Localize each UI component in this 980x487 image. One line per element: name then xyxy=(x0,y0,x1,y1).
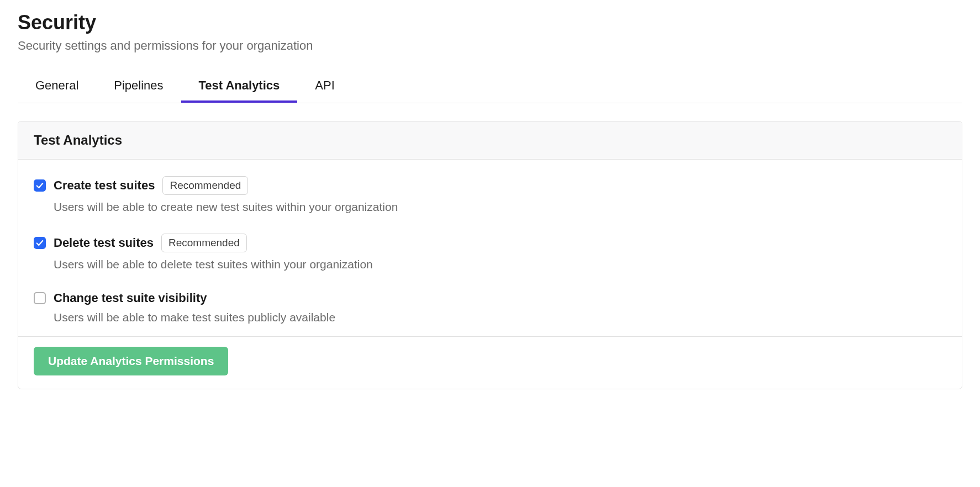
option-label: Create test suites xyxy=(54,178,155,193)
recommended-badge: Recommended xyxy=(162,176,248,195)
option-description: Users will be able to create new test su… xyxy=(34,200,946,214)
option-description: Users will be able to delete test suites… xyxy=(34,258,946,271)
panel-footer: Update Analytics Permissions xyxy=(18,336,962,389)
tab-general[interactable]: General xyxy=(18,71,96,103)
settings-panel: Test Analytics Create test suites Recomm… xyxy=(18,121,962,389)
option-delete-test-suites: Delete test suites Recommended Users wil… xyxy=(34,224,946,281)
checkbox-change-visibility[interactable] xyxy=(34,292,46,304)
panel-body: Create test suites Recommended Users wil… xyxy=(18,160,962,336)
update-permissions-button[interactable]: Update Analytics Permissions xyxy=(34,347,228,375)
panel-title: Test Analytics xyxy=(34,133,946,148)
recommended-badge: Recommended xyxy=(161,234,247,252)
check-icon xyxy=(36,182,44,189)
option-description: Users will be able to make test suites p… xyxy=(34,311,946,324)
check-icon xyxy=(36,239,44,247)
tabs-container: General Pipelines Test Analytics API xyxy=(18,71,962,103)
option-header: Delete test suites Recommended xyxy=(34,234,946,252)
tab-api[interactable]: API xyxy=(297,71,352,103)
tab-test-analytics[interactable]: Test Analytics xyxy=(181,71,298,103)
checkbox-delete-test-suites[interactable] xyxy=(34,237,46,249)
page-title: Security xyxy=(18,11,962,34)
option-label: Delete test suites xyxy=(54,236,154,250)
option-create-test-suites: Create test suites Recommended Users wil… xyxy=(34,166,946,224)
page-subtitle: Security settings and permissions for yo… xyxy=(18,39,962,53)
option-header: Create test suites Recommended xyxy=(34,176,946,195)
option-change-visibility: Change test suite visibility Users will … xyxy=(34,281,946,334)
option-label: Change test suite visibility xyxy=(54,291,207,305)
checkbox-create-test-suites[interactable] xyxy=(34,179,46,192)
panel-header: Test Analytics xyxy=(18,121,962,160)
tab-pipelines[interactable]: Pipelines xyxy=(96,71,181,103)
option-header: Change test suite visibility xyxy=(34,291,946,305)
